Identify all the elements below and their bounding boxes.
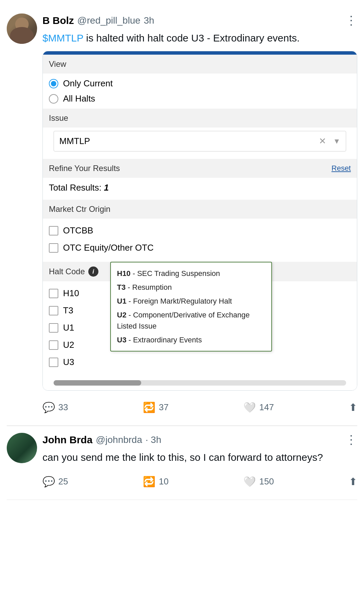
cashtag-1: $MMTLP bbox=[42, 32, 83, 44]
retweet-icon-1: 🔁 bbox=[143, 401, 155, 413]
tooltip-desc-u2: - Component/Derivative of Exchange Liste… bbox=[117, 311, 250, 330]
refine-section: Refine Your Results Reset bbox=[43, 159, 357, 178]
radio-group: Only Current All Halts bbox=[43, 74, 357, 109]
refine-label: Refine Your Results bbox=[49, 164, 120, 173]
card-header-bar bbox=[43, 51, 357, 55]
reply-count-2: 25 bbox=[58, 476, 68, 487]
tooltip-code-u2: U2 bbox=[117, 311, 126, 319]
tooltip-row-u3: U3 - Extraordinary Events bbox=[117, 334, 265, 345]
checkbox-box-u1[interactable] bbox=[49, 323, 58, 333]
tweet-1-time: 3h bbox=[144, 15, 154, 26]
radio-only-current[interactable]: Only Current bbox=[49, 78, 351, 89]
share-action-2[interactable]: ⬆ bbox=[349, 476, 357, 487]
input-controls: ✕ ▼ bbox=[319, 136, 340, 146]
issue-section-label: Issue bbox=[43, 109, 357, 128]
tooltip-desc-u1: - Foreign Markt/Regulatory Halt bbox=[128, 297, 232, 305]
chevron-down-icon[interactable]: ▼ bbox=[333, 137, 340, 146]
radio-circle-only-current[interactable] bbox=[49, 79, 58, 88]
halt-code-section: Halt Code i H10 - SEC Trading Suspension… bbox=[43, 262, 357, 281]
checkbox-box-otcbb[interactable] bbox=[49, 226, 58, 235]
checkbox-label-otc-equity: OTC Equity/Other OTC bbox=[63, 243, 154, 253]
tooltip-row-t3: T3 - Resumption bbox=[117, 282, 265, 293]
total-results: Total Results: 1 bbox=[43, 178, 357, 198]
tooltip-code-t3: T3 bbox=[117, 283, 126, 291]
tweet-1-text: $MMTLP is halted with halt code U3 - Ext… bbox=[42, 30, 357, 46]
avatar-2 bbox=[7, 433, 37, 463]
checkbox-label-t3: T3 bbox=[63, 305, 73, 316]
issue-input-value: MMTLP bbox=[59, 136, 90, 146]
tweet-1-actions: 💬 33 🔁 37 🤍 147 ⬆ bbox=[42, 396, 357, 419]
author-name-1: B Bolz bbox=[42, 15, 74, 26]
tweet-2: John Brda @johnbrda · 3h ⋮ can you send … bbox=[7, 426, 357, 500]
radio-all-halts[interactable]: All Halts bbox=[49, 93, 351, 104]
tooltip-row-u1: U1 - Foreign Markt/Regulatory Halt bbox=[117, 296, 265, 307]
tooltip-code-h10: H10 bbox=[117, 269, 130, 278]
tooltip-desc-t3: - Resumption bbox=[128, 283, 172, 291]
checkbox-label-u2: U2 bbox=[63, 340, 74, 350]
tooltip-desc-u3: - Extraordinary Events bbox=[128, 336, 202, 344]
reset-button[interactable]: Reset bbox=[332, 164, 351, 173]
reply-count-1: 33 bbox=[58, 402, 68, 413]
checkbox-otc-equity[interactable]: OTC Equity/Other OTC bbox=[49, 239, 351, 256]
halt-code-tooltip: H10 - SEC Trading Suspension T3 - Resump… bbox=[110, 262, 272, 352]
author-handle-2: @johnbrda bbox=[96, 434, 142, 445]
like-action-1[interactable]: 🤍 147 bbox=[243, 401, 274, 413]
retweet-icon-2: 🔁 bbox=[143, 476, 155, 487]
checkbox-box-otc-equity[interactable] bbox=[49, 243, 58, 253]
reply-icon-2: 💬 bbox=[42, 476, 55, 487]
checkbox-label-h10: H10 bbox=[63, 288, 79, 299]
avatar-image-1 bbox=[7, 13, 37, 44]
checkbox-box-h10[interactable] bbox=[49, 289, 58, 298]
tweet-2-author-info: John Brda @johnbrda · 3h bbox=[42, 434, 161, 446]
checkbox-label-u1: U1 bbox=[63, 322, 74, 333]
radio-label-all-halts: All Halts bbox=[63, 93, 95, 104]
info-icon[interactable]: i bbox=[88, 267, 98, 277]
retweet-count-1: 37 bbox=[159, 402, 169, 413]
author-name-2: John Brda bbox=[42, 434, 92, 446]
checkbox-box-u2[interactable] bbox=[49, 340, 58, 350]
tweet-2-actions: 💬 25 🔁 10 🤍 150 ⬆ bbox=[42, 470, 357, 493]
tweet-2-header: John Brda @johnbrda · 3h ⋮ bbox=[42, 433, 357, 447]
tooltip-code-u1: U1 bbox=[117, 297, 126, 305]
retweet-action-1[interactable]: 🔁 37 bbox=[143, 401, 169, 413]
share-icon-2: ⬆ bbox=[349, 476, 357, 487]
like-icon-2: 🤍 bbox=[243, 476, 256, 487]
total-label: Total Results: bbox=[49, 183, 101, 193]
issue-input-field[interactable]: MMTLP ✕ ▼ bbox=[54, 131, 346, 151]
tweet-1-header: B Bolz @red_pill_blue 3h ⋮ bbox=[42, 13, 357, 28]
market-checkbox-group: OTCBB OTC Equity/Other OTC bbox=[43, 219, 357, 260]
tweet-1-text-rest: is halted with halt code U3 - Extrodinar… bbox=[86, 32, 300, 44]
checkbox-label-otcbb: OTCBB bbox=[63, 225, 93, 236]
share-icon-1: ⬆ bbox=[349, 401, 357, 413]
tweet-1-content: B Bolz @red_pill_blue 3h ⋮ $MMTLP is hal… bbox=[42, 13, 357, 419]
like-count-2: 150 bbox=[259, 476, 274, 487]
checkbox-otcbb[interactable]: OTCBB bbox=[49, 222, 351, 239]
checkbox-label-u3: U3 bbox=[63, 357, 74, 367]
like-count-1: 147 bbox=[259, 402, 274, 413]
embedded-card: View Only Current All Halts Issue MMTLP bbox=[42, 51, 357, 391]
reply-action-2[interactable]: 💬 25 bbox=[42, 476, 68, 487]
retweet-action-2[interactable]: 🔁 10 bbox=[143, 476, 169, 487]
radio-label-only-current: Only Current bbox=[63, 78, 113, 89]
tooltip-code-u3: U3 bbox=[117, 336, 126, 344]
clear-icon[interactable]: ✕ bbox=[319, 136, 326, 146]
reply-icon-1: 💬 bbox=[42, 401, 55, 413]
more-options-icon-2[interactable]: ⋮ bbox=[345, 433, 357, 447]
tweet-2-time: · 3h bbox=[146, 434, 161, 445]
radio-circle-all-halts[interactable] bbox=[49, 94, 58, 104]
author-handle-1: @red_pill_blue bbox=[77, 15, 140, 26]
market-ctr-label: Market Ctr Origin bbox=[43, 200, 357, 219]
checkbox-box-u3[interactable] bbox=[49, 358, 58, 367]
checkbox-box-t3[interactable] bbox=[49, 306, 58, 315]
horizontal-scrollbar[interactable] bbox=[54, 380, 346, 386]
like-action-2[interactable]: 🤍 150 bbox=[243, 476, 274, 487]
tooltip-desc-h10: - SEC Trading Suspension bbox=[132, 269, 220, 278]
halt-code-label: Halt Code bbox=[49, 267, 85, 276]
checkbox-u3[interactable]: U3 bbox=[49, 354, 351, 371]
more-options-icon-1[interactable]: ⋮ bbox=[345, 13, 357, 28]
reply-action-1[interactable]: 💬 33 bbox=[42, 401, 68, 413]
tweet-1-author-info: B Bolz @red_pill_blue 3h bbox=[42, 15, 154, 26]
tooltip-row-h10: H10 - SEC Trading Suspension bbox=[117, 268, 265, 279]
total-count: 1 bbox=[104, 183, 109, 193]
share-action-1[interactable]: ⬆ bbox=[349, 401, 357, 413]
